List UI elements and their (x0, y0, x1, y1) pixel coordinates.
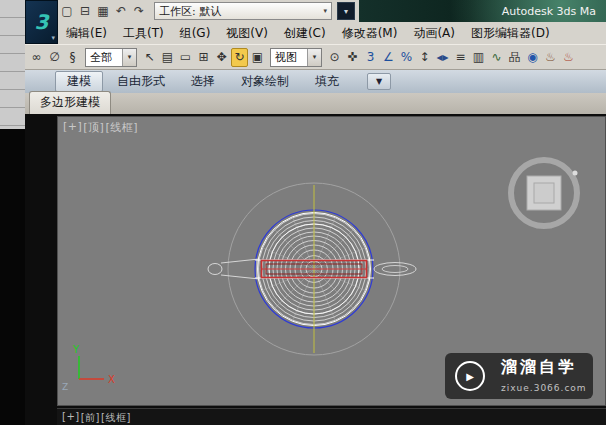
select-and-scale-icon[interactable]: ▣ (249, 48, 266, 67)
3dsmax-window: 3 ▾ ▢ ⊟ ▦ ↶ ↷ 工作区: 默认 ▾ ▾ Autodesk 3ds M… (25, 0, 606, 425)
snap-toggle-3d-icon[interactable]: 3 (362, 48, 379, 67)
chevron-down-icon: ▾ (323, 7, 327, 15)
main-toolbar: ∞ ∅ § 全部 ▾ ↖ ▤ ▭ ⊞ ✥ ↻ ▣ (25, 44, 606, 70)
teapot-handle (374, 263, 416, 276)
workspace-combo[interactable]: 工作区: 默认 ▾ (154, 2, 332, 20)
menu-graph-editors[interactable]: 图形编辑器(D) (463, 22, 558, 44)
menu-edit[interactable]: 编辑(E) (58, 22, 115, 44)
titlebar-desktop-area: Autodesk 3ds Ma (359, 0, 606, 22)
unlink-selection-icon[interactable]: ∅ (46, 48, 63, 67)
use-pivot-center-icon[interactable]: ⊙ (326, 48, 343, 67)
viewport-shading-mode[interactable]: [线框] (101, 411, 131, 425)
reference-coordinate-combo[interactable]: 视图 ▾ (270, 48, 322, 67)
axis-y-label: Y (72, 344, 80, 355)
axis-z-label: Z (62, 382, 68, 392)
undo-icon[interactable]: ↶ (112, 2, 130, 20)
save-file-icon[interactable]: ▦ (94, 2, 112, 20)
angle-snap-icon[interactable]: ∠ (380, 48, 397, 67)
axis-x-label: X (108, 374, 115, 385)
subtab-polygon-modeling[interactable]: 多边形建模 (29, 91, 111, 114)
schematic-view-icon[interactable]: 品 (506, 48, 523, 67)
world-axis-gizmo: Y X Z (62, 344, 115, 392)
screen: 3 ▾ ▢ ⊟ ▦ ↶ ↷ 工作区: 默认 ▾ ▾ Autodesk 3ds M… (0, 0, 606, 425)
ribbon-config-button[interactable]: ▼ (367, 73, 391, 90)
menu-views[interactable]: 视图(V) (218, 22, 276, 44)
align-icon[interactable]: ≡ (452, 48, 469, 67)
ribbon-tab-bar: 建模 自由形式 选择 对象绘制 填充 ▼ (25, 70, 606, 93)
viewport-label: [+] [顶] [线框] (63, 120, 138, 135)
menu-tools[interactable]: 工具(T) (115, 22, 172, 44)
top-viewport[interactable]: [+] [顶] [线框] (57, 116, 606, 406)
ribbon-panel-bar: 多边形建模 (25, 93, 606, 114)
watermark-url: zixue.3066.com (501, 383, 587, 393)
background-window-fragment (0, 0, 25, 129)
rect-selection-region-icon[interactable]: ▭ (177, 48, 194, 67)
material-editor-icon[interactable]: ◉ (524, 48, 541, 67)
select-and-manipulate-icon[interactable]: ✜ (344, 48, 361, 67)
viewport-label: [+] [前] [线框] (62, 411, 131, 425)
percent-snap-icon[interactable]: % (398, 48, 415, 67)
curve-editor-icon[interactable]: ∿ (488, 48, 505, 67)
menu-create[interactable]: 创建(C) (276, 22, 334, 44)
render-setup-icon[interactable]: ♨ (542, 48, 559, 67)
window-crossing-icon[interactable]: ⊞ (195, 48, 212, 67)
spinner-snap-icon[interactable]: ↕ (416, 48, 433, 67)
watermark-title: 溜溜自学 (501, 357, 577, 376)
background-dark-strip (0, 129, 25, 425)
menubar: 编辑(E) 工具(T) 组(G) 视图(V) 创建(C) 修改器(M) 动画(A… (58, 22, 606, 44)
selection-filter-value: 全部 (86, 50, 122, 65)
select-and-rotate-icon[interactable]: ↻ (231, 48, 248, 67)
select-by-name-icon[interactable]: ▤ (159, 48, 176, 67)
3dsmax-logo-icon: 3 (35, 10, 49, 34)
teapot-spout (208, 259, 259, 279)
menu-modifiers[interactable]: 修改器(M) (334, 22, 406, 44)
select-and-move-icon[interactable]: ✥ (213, 48, 230, 67)
render-production-icon[interactable]: ♨ (560, 48, 577, 67)
viewport-view-name[interactable]: [前] (81, 411, 100, 425)
application-menu-button[interactable]: 3 ▾ (25, 0, 58, 44)
titlebar: ▢ ⊟ ▦ ↶ ↷ 工作区: 默认 ▾ ▾ Autodesk 3ds Ma (58, 0, 606, 22)
menu-animation[interactable]: 动画(A) (405, 22, 463, 44)
menu-group[interactable]: 组(G) (172, 22, 219, 44)
workspace-menu-button[interactable]: ▾ (337, 2, 355, 20)
front-viewport-sliver[interactable]: [+] [前] [线框] (57, 408, 606, 425)
viewport-view-name[interactable]: [顶] (83, 120, 104, 135)
open-file-icon[interactable]: ⊟ (76, 2, 94, 20)
chevron-down-icon: ▾ (51, 34, 55, 42)
select-and-link-icon[interactable]: ∞ (28, 48, 45, 67)
tab-populate[interactable]: 填充 (303, 71, 351, 92)
reference-coordinate-value: 视图 (271, 50, 307, 65)
chevron-down-icon[interactable]: ▾ (307, 49, 321, 66)
viewport-menu-plus[interactable]: [+] (62, 411, 80, 425)
viewport-shading-mode[interactable]: [线框] (105, 120, 138, 135)
viewport-menu-plus[interactable]: [+] (63, 120, 82, 135)
mirror-icon[interactable]: ◂▸ (434, 48, 451, 67)
tab-modeling[interactable]: 建模 (55, 71, 103, 92)
selection-filter-combo[interactable]: 全部 ▾ (85, 48, 137, 67)
tab-object-paint[interactable]: 对象绘制 (229, 71, 301, 92)
window-title: Autodesk 3ds Ma (502, 5, 596, 18)
layer-manager-icon[interactable]: ▥ (470, 48, 487, 67)
viewcube[interactable] (511, 160, 578, 226)
viewport-area: [+] [顶] [线框] (25, 114, 606, 425)
watermark: ▶ 溜溜自学 zixue.3066.com (445, 353, 593, 399)
redo-icon[interactable]: ↷ (130, 2, 148, 20)
play-icon: ▶ (455, 361, 485, 391)
teapot-top-wireframe (208, 183, 416, 355)
tab-selection[interactable]: 选择 (179, 71, 227, 92)
new-scene-icon[interactable]: ▢ (58, 2, 76, 20)
bind-to-space-warp-icon[interactable]: § (64, 48, 81, 67)
chevron-down-icon[interactable]: ▾ (122, 49, 136, 66)
workspace-label: 工作区: 默认 (159, 4, 221, 19)
tab-freeform[interactable]: 自由形式 (105, 71, 177, 92)
select-object-icon[interactable]: ↖ (141, 48, 158, 67)
